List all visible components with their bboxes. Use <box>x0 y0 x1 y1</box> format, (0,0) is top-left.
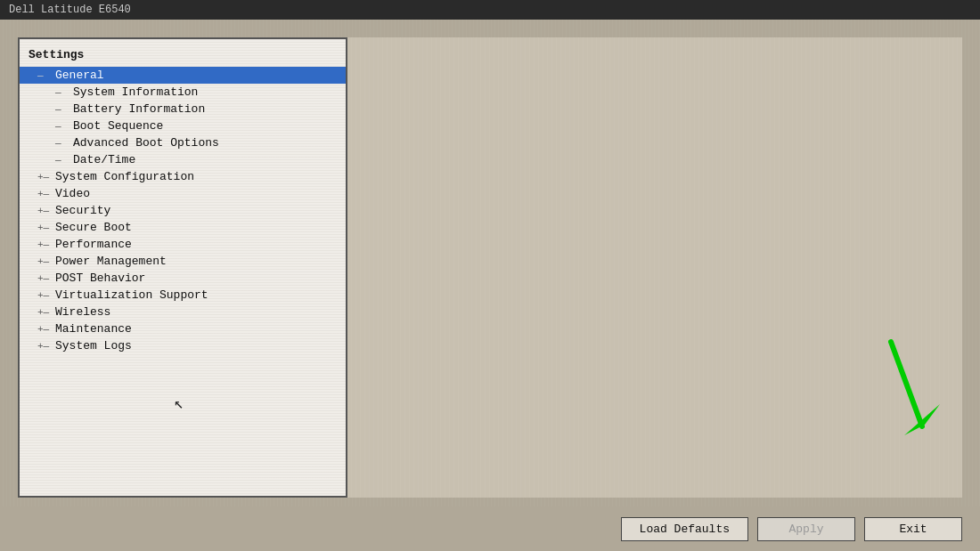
tree-item-system-configuration[interactable]: +— System Configuration <box>20 168 346 185</box>
tree-item-advanced-boot-options[interactable]: — Advanced Boot Options <box>20 134 346 151</box>
tree-item-post-behavior[interactable]: +— POST Behavior <box>20 270 346 287</box>
title-bar: Dell Latitude E6540 <box>0 0 980 20</box>
tree-item-maintenance[interactable]: +— Maintenance <box>20 320 346 337</box>
bottom-bar: Load Defaults Apply Exit <box>0 506 980 551</box>
tree-label: System Logs <box>55 339 346 352</box>
green-arrow-indicator <box>873 337 944 444</box>
tree-label: POST Behavior <box>55 271 346 285</box>
tree-label: Power Management <box>55 255 346 268</box>
tree-item-power-management[interactable]: +— Power Management <box>20 253 346 270</box>
tree-label: System Information <box>73 85 346 99</box>
tree-prefix: +— <box>37 256 55 267</box>
tree-label: Boot Sequence <box>73 119 346 133</box>
tree-prefix: — <box>37 70 55 81</box>
tree-label: Video <box>55 187 346 200</box>
tree-label: Wireless <box>55 305 346 319</box>
tree-item-performance[interactable]: +— Performance <box>20 236 346 253</box>
tree-prefix: +— <box>37 290 55 301</box>
tree-prefix: — <box>55 155 73 166</box>
exit-button[interactable]: Exit <box>864 517 962 541</box>
load-defaults-button[interactable]: Load Defaults <box>621 517 748 541</box>
svg-marker-1 <box>904 404 940 435</box>
tree-prefix: +— <box>37 324 55 335</box>
tree-prefix: — <box>55 104 73 115</box>
tree-prefix: +— <box>37 307 55 318</box>
tree-label: Performance <box>55 238 346 251</box>
tree-label: Maintenance <box>55 322 346 336</box>
tree-label: Battery Information <box>73 102 346 116</box>
svg-line-0 <box>891 342 922 426</box>
tree-item-date-time[interactable]: — Date/Time <box>20 151 346 168</box>
tree-item-battery-information[interactable]: — Battery Information <box>20 101 346 117</box>
tree-item-wireless[interactable]: +— Wireless <box>20 304 346 320</box>
tree-prefix: — <box>55 87 73 98</box>
tree-prefix: +— <box>37 239 55 250</box>
apply-button: Apply <box>757 517 855 541</box>
tree-label: General <box>55 69 346 82</box>
tree-label: Date/Time <box>73 153 346 166</box>
tree-item-system-logs[interactable]: +— System Logs <box>20 337 346 354</box>
tree-prefix: +— <box>37 223 55 233</box>
tree-item-general[interactable]: — General <box>20 67 346 84</box>
tree-label: Secure Boot <box>55 221 346 234</box>
tree-item-boot-sequence[interactable]: — Boot Sequence <box>20 117 346 134</box>
tree-prefix: +— <box>37 206 55 216</box>
tree-container: — General — System Information — Battery… <box>20 67 346 354</box>
tree-label: Security <box>55 204 346 217</box>
title-text: Dell Latitude E6540 <box>9 4 131 16</box>
tree-prefix: +— <box>37 341 55 352</box>
tree-item-secure-boot[interactable]: +— Secure Boot <box>20 219 346 236</box>
panel-title: Settings <box>20 46 346 67</box>
right-content-area <box>347 37 962 498</box>
tree-label: Advanced Boot Options <box>73 136 346 150</box>
tree-item-security[interactable]: +— Security <box>20 202 346 219</box>
main-area: Settings — General — System Information … <box>0 20 980 506</box>
tree-prefix: +— <box>37 189 55 199</box>
tree-prefix: — <box>55 138 73 149</box>
tree-label: Virtualization Support <box>55 288 346 302</box>
tree-prefix: +— <box>37 172 55 182</box>
tree-item-virtualization-support[interactable]: +— Virtualization Support <box>20 287 346 304</box>
tree-label: System Configuration <box>55 170 346 183</box>
tree-prefix: +— <box>37 273 55 284</box>
settings-panel: Settings — General — System Information … <box>18 37 347 498</box>
tree-prefix: — <box>55 121 73 132</box>
tree-item-video[interactable]: +— Video <box>20 185 346 202</box>
tree-item-system-information[interactable]: — System Information <box>20 84 346 101</box>
